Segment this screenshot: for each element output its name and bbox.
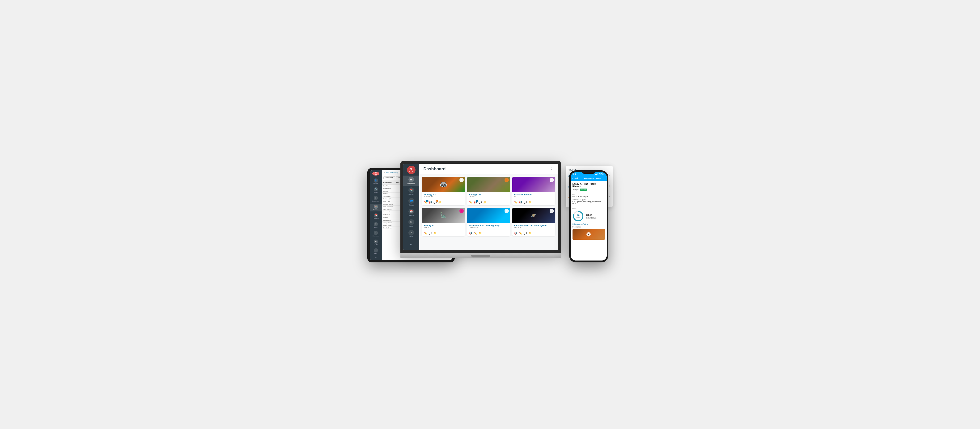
tablet-nav-help[interactable]: ? Help (370, 247, 382, 255)
phone-back-button[interactable]: ‹ Back (573, 177, 578, 180)
breadcrumb-link[interactable]: Intro Psychology (386, 172, 398, 173)
course-actions-biology: ✏️ 📢3 💬 📁 (467, 200, 510, 205)
tablet-collapse-button[interactable]: ← (375, 256, 377, 260)
solar-announce-icon[interactable]: 📢 (514, 232, 517, 235)
tablet-nav-calendar[interactable]: 📅 Calendar (370, 212, 382, 220)
tablet-logo (372, 172, 379, 176)
tablet-inbox-icon: ✉ (374, 222, 378, 226)
todo-close-2[interactable]: × (609, 185, 610, 187)
hist-chat-icon[interactable]: 💬 (429, 232, 432, 235)
course-card-history[interactable]: 🗽 ⋮ History 101 Hist101 ✏️ 💬 📁 (422, 208, 465, 236)
tablet-nav-dashboard[interactable]: ⊞ Dashboard (370, 195, 382, 203)
phone-pts-row: 100 pts Graded (573, 189, 605, 191)
phone-wifi-icon: WiFi (599, 173, 603, 175)
courses-grid: 🦝 ⋮ Zoology 101 ZOO 10100 ✏️4 📢 💬8 (419, 174, 558, 239)
course-actions-literature: ✏️ 📢 💬 📁 (512, 200, 555, 205)
phone-device: 9:41 WiFi ▮ ‹ Back Assignmen (569, 170, 608, 262)
course-body-biology: Biology 101 Bio 101 (467, 192, 510, 200)
course-dots-literature[interactable]: ⋮ (550, 178, 554, 182)
laptop-nav-help[interactable]: ? Help (403, 229, 419, 239)
laptop-nav-groups[interactable]: 👥 Groups (403, 197, 419, 207)
zoology-announce-icon[interactable]: 📢 (429, 201, 432, 204)
zoology-folder-icon[interactable]: 📁 (438, 201, 441, 204)
course-dots-zoology[interactable]: ⋮ (460, 178, 464, 182)
solar-assignment-icon[interactable]: ✏️ (519, 232, 522, 235)
tablet-nav-account[interactable]: 👤 Account (370, 178, 382, 185)
phone-back-chevron: ‹ (573, 177, 573, 180)
phone-grade-circle-text: 89 Points (576, 214, 580, 218)
scene: 👤 Account 🔧 Admin ⊞ Dashboard 📚 Courses … (368, 161, 613, 268)
solar-folder-icon[interactable]: 📁 (528, 232, 532, 235)
course-name-oceanography[interactable]: Introduction to Oceanography (469, 224, 508, 227)
ocean-assignment-icon[interactable]: ✏️ (474, 232, 477, 235)
ocean-announce-icon[interactable]: 📢 (469, 232, 473, 235)
laptop-nav-courses[interactable]: 📚 Courses (403, 186, 419, 196)
course-name-zoology[interactable]: Zoology 101 (424, 194, 463, 196)
ocean-folder-icon[interactable]: 📁 (479, 232, 482, 235)
laptop-screen: ⊞ Dashboard 📚 Courses 👥 Groups 📅 Calenda… (403, 164, 558, 250)
course-card-biology[interactable]: ⋮ Biology 101 Bio 101 ✏️ 📢3 💬 📁 (467, 177, 510, 205)
lit-assignment-icon[interactable]: ✏️ (514, 201, 517, 204)
course-code-oceanography: Oceans 101 (469, 227, 508, 229)
phone-play-button[interactable]: ▶ (587, 232, 591, 237)
biology-folder-icon[interactable]: 📁 (483, 201, 487, 204)
phone-signal-icon (595, 173, 598, 175)
biology-chat-icon[interactable]: 💬 (479, 201, 482, 204)
tablet-help-icon: ? (374, 248, 378, 253)
gradebook-button[interactable]: Gradebook ▼ (383, 176, 395, 179)
hist-assignment-icon[interactable]: ✏️ (424, 232, 427, 235)
biology-announce-icon[interactable]: 📢3 (474, 201, 477, 204)
tablet-nav-studio[interactable]: ▶ Studio (370, 238, 382, 246)
course-img-biology: ⋮ (467, 177, 510, 192)
zoology-assignment-icon[interactable]: ✏️4 (424, 201, 427, 204)
laptop-groups-icon: 👥 (409, 198, 414, 203)
todo-close-3[interactable]: × (609, 195, 610, 198)
laptop-collapse-button[interactable]: ← (410, 243, 413, 248)
course-actions-oceanography: 📢 ✏️ 📁 (467, 231, 510, 236)
lit-announce-icon[interactable]: 📢 (519, 201, 522, 204)
laptop-base (400, 253, 561, 258)
laptop-nav-inbox[interactable]: ✉ Inbox (403, 218, 419, 228)
biology-assignment-icon[interactable]: ✏️ (469, 201, 473, 204)
lit-chat-icon[interactable]: 💬 (523, 201, 527, 204)
tablet-sidebar: 👤 Account 🔧 Admin ⊞ Dashboard 📚 Courses … (370, 170, 382, 260)
tablet-nav-courses[interactable]: 📚 Courses (370, 203, 382, 211)
course-img-solar: 🪐 ⋮ (512, 208, 555, 223)
course-name-history[interactable]: History 101 (424, 224, 463, 227)
todo-close-1[interactable]: × (609, 174, 610, 177)
phone-submission-rubric-link[interactable]: Submission & Rubric (573, 223, 605, 225)
laptop-nav-calendar[interactable]: 📅 Calendar (403, 207, 419, 218)
tablet-nav-admin[interactable]: 🔧 Admin (370, 186, 382, 194)
svg-point-1 (410, 168, 412, 170)
course-actions-zoology: ✏️4 📢 💬8 📁 (422, 200, 465, 205)
course-actions-history: ✏️ 💬 📁 (422, 231, 465, 236)
hist-folder-icon[interactable]: 📁 (433, 232, 437, 235)
col-notes: Notes (395, 180, 401, 185)
course-code-zoology: ZOO 10100 (424, 196, 463, 197)
tablet-nav-commons[interactable]: ⊕ Commons (370, 230, 382, 238)
course-dots-solar[interactable]: ⋮ (550, 209, 554, 213)
zoology-chat-icon[interactable]: 💬8 (433, 201, 437, 204)
header-menu-icon[interactable]: ⋮ (550, 167, 554, 172)
laptop-logo (407, 166, 415, 174)
tablet-nav-inbox[interactable]: ✉ Inbox (370, 221, 382, 229)
course-card-zoology[interactable]: 🦝 ⋮ Zoology 101 ZOO 10100 ✏️4 📢 💬8 (422, 177, 465, 205)
laptop-device: ⊞ Dashboard 📚 Courses 👥 Groups 📅 Calenda… (400, 161, 561, 265)
course-dots-history[interactable]: ⋮ (460, 209, 464, 213)
solar-chat-icon[interactable]: 💬 (523, 232, 527, 235)
course-name-biology[interactable]: Biology 101 (469, 194, 508, 196)
phone-grade-label: Grade (573, 207, 605, 209)
tablet-dashboard-icon: ⊞ (374, 196, 378, 200)
course-name-solar[interactable]: Introduction to the Solar System (514, 224, 553, 227)
course-dots-biology[interactable]: ⋮ (504, 178, 509, 182)
laptop-nav-dashboard[interactable]: ⊞ Dashboard (403, 176, 419, 186)
lit-folder-icon[interactable]: 📁 (528, 201, 532, 204)
course-card-literature[interactable]: ⋮ Classic Literature Lit ✏️ 📢 💬 📁 (512, 177, 555, 205)
course-name-literature[interactable]: Classic Literature (514, 194, 553, 196)
course-card-oceanography[interactable]: ⋮ Introduction to Oceanography Oceans 10… (467, 208, 510, 236)
course-card-solar[interactable]: 🪐 ⋮ Introduction to the Solar System SPC… (512, 208, 555, 236)
phone-assignment-title: Essay #1: The Rocky Planets (573, 183, 605, 188)
course-img-literature: ⋮ (512, 177, 555, 192)
course-dots-oceanography[interactable]: ⋮ (504, 209, 509, 213)
phone-video-thumbnail[interactable]: ▶ (573, 229, 605, 240)
